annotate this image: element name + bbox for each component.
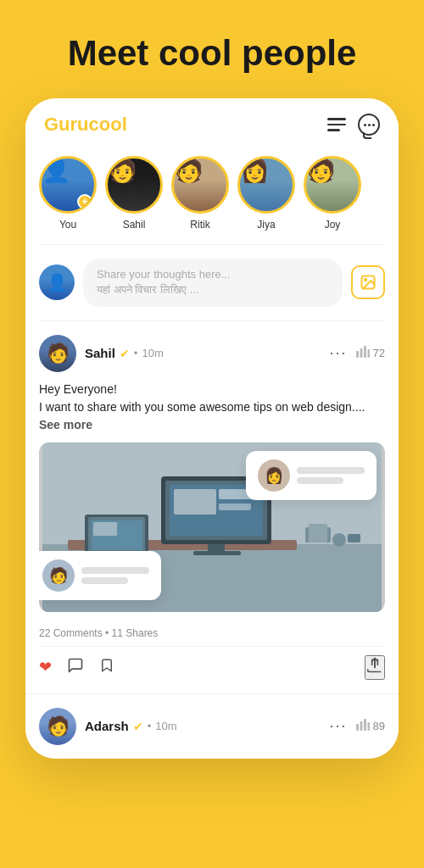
placeholder-line1: Share your thoughts here... xyxy=(97,267,329,282)
person-icon-you: 👤 xyxy=(42,157,71,183)
svg-rect-21 xyxy=(93,522,117,536)
post-input-field[interactable]: Share your thoughts here... यहां अपने वि… xyxy=(83,259,343,306)
svg-rect-4 xyxy=(364,346,366,358)
post-1-header: 🧑 Sahil ✔ • 10m ··· xyxy=(39,335,385,372)
story-avatar-ritik: 🧑 xyxy=(171,156,229,214)
user-mini-avatar: 👤 xyxy=(39,264,75,300)
svg-rect-27 xyxy=(356,724,359,731)
float-avatar2-icon: 🧑 xyxy=(49,566,68,585)
image-upload-button[interactable] xyxy=(351,265,385,299)
story-sahil[interactable]: 🧑 Sahil xyxy=(105,156,163,231)
post-2-author-name: Adarsh xyxy=(85,719,129,733)
post-1-avatar-icon: 🧑 xyxy=(47,342,70,364)
float-line-3 xyxy=(81,567,149,574)
person-icon-jiya: 👩 xyxy=(240,157,270,183)
ham-line-3 xyxy=(327,129,340,131)
post-1-verified-badge: ✔ xyxy=(120,347,130,360)
svg-rect-30 xyxy=(367,722,370,731)
user-avatar-icon: 👤 xyxy=(47,272,68,292)
float-line-1 xyxy=(297,467,365,474)
app-header: Gurucool xyxy=(25,98,399,147)
post-2-author-info: 🧑 Adarsh ✔ • 10m xyxy=(39,708,177,745)
phone-mockup: Gurucool 👤 + You xyxy=(25,98,399,758)
app-logo: Gurucool xyxy=(44,114,127,136)
bookmark-button[interactable] xyxy=(99,657,114,678)
ham-line-2 xyxy=(327,124,346,126)
share-button[interactable] xyxy=(365,655,385,680)
float-line-2 xyxy=(297,477,343,484)
post-2-time: 10m xyxy=(155,720,176,732)
chat-dot xyxy=(372,124,375,126)
svg-point-24 xyxy=(332,533,346,547)
story-you[interactable]: 👤 + You xyxy=(39,156,97,231)
post-2-stats: 89 xyxy=(356,719,385,733)
post-1-comments-shares: 22 Comments • 11 Shares xyxy=(39,627,158,639)
person-icon-joy: 🧑 xyxy=(306,157,336,183)
story-label-you: You xyxy=(59,219,76,231)
post-2-avatar[interactable]: 🧑 xyxy=(39,708,76,745)
person-icon-ritik: 🧑 xyxy=(174,157,204,183)
post-1-options-button[interactable]: ··· xyxy=(330,344,348,362)
svg-rect-3 xyxy=(360,348,362,358)
post-1-time: 10m xyxy=(142,347,163,359)
post-card-2: 🧑 Adarsh ✔ • 10m ··· xyxy=(25,693,399,759)
post-2-header: 🧑 Adarsh ✔ • 10m ··· xyxy=(39,708,385,745)
svg-rect-14 xyxy=(174,489,216,515)
floating-card-bottom: 🧑 xyxy=(39,551,161,600)
svg-rect-29 xyxy=(364,719,366,731)
chat-dot xyxy=(368,124,371,126)
svg-rect-25 xyxy=(348,534,360,542)
page-title: Meet cool people xyxy=(68,34,357,73)
menu-icon[interactable] xyxy=(327,118,346,131)
post-1-image: 👩 🧑 xyxy=(39,442,385,612)
post-1-actions: ❤ xyxy=(39,657,114,678)
post-2-author-details: Adarsh ✔ • 10m xyxy=(85,719,177,733)
person-icon-sahil: 🧑 xyxy=(108,157,137,183)
post-2-avatar-icon: 🧑 xyxy=(47,715,70,737)
float-line-4 xyxy=(81,577,128,584)
story-jiya[interactable]: 👩 Jiya xyxy=(237,156,295,231)
see-more-button[interactable]: See more xyxy=(39,418,92,431)
floating-card-top: 👩 xyxy=(246,451,377,500)
post-2-options-button[interactable]: ··· xyxy=(330,717,348,735)
post-2-meta-right: ··· 89 xyxy=(330,717,385,735)
float-avatar-icon: 👩 xyxy=(265,466,283,485)
chat-dot xyxy=(364,124,366,126)
post-1-avatar[interactable]: 🧑 xyxy=(39,335,76,372)
post-2-stat-count: 89 xyxy=(373,720,385,732)
post-2-separator: • xyxy=(148,720,152,732)
post-1-stats: 72 xyxy=(356,346,385,360)
post-card-1: 🧑 Sahil ✔ • 10m ··· xyxy=(25,321,399,693)
svg-point-1 xyxy=(365,279,367,281)
story-label-joy: Joy xyxy=(325,219,341,231)
bar-chart-icon xyxy=(356,346,370,360)
post-1-separator: • xyxy=(134,347,138,359)
svg-rect-16 xyxy=(219,504,251,510)
story-avatar-joy: 🧑 xyxy=(304,156,361,214)
story-avatar-you: 👤 + xyxy=(39,156,97,214)
post-2-author-name-row: Adarsh ✔ • 10m xyxy=(85,719,177,733)
svg-rect-2 xyxy=(356,351,359,358)
chat-dots xyxy=(364,124,375,126)
header-icons xyxy=(327,114,380,136)
post-1-text-line2: I want to share with you some awesome ti… xyxy=(39,398,385,434)
post-1-author-name-row: Sahil ✔ • 10m xyxy=(85,346,164,360)
svg-rect-23 xyxy=(309,524,327,542)
comment-button[interactable] xyxy=(67,657,84,678)
placeholder-line2: यहां अपने विचार लिखिए ... xyxy=(97,282,329,298)
float-avatar-bottom: 🧑 xyxy=(42,559,75,592)
svg-rect-28 xyxy=(360,721,362,731)
story-ritik[interactable]: 🧑 Ritik xyxy=(171,156,229,231)
post-1-text: Hey Everyone! I want to share with you s… xyxy=(39,381,385,434)
chat-icon[interactable] xyxy=(358,114,380,136)
story-joy[interactable]: 🧑 Joy xyxy=(304,156,361,231)
story-label-ritik: Ritik xyxy=(190,219,209,231)
story-label-jiya: Jiya xyxy=(257,219,275,231)
float-avatar-top: 👩 xyxy=(258,459,290,492)
svg-rect-5 xyxy=(367,349,370,358)
post-1-stat-count: 72 xyxy=(373,347,385,359)
story-avatar-jiya: 👩 xyxy=(237,156,295,214)
like-button[interactable]: ❤ xyxy=(39,658,52,676)
ham-line-1 xyxy=(327,118,346,120)
post-1-author-info: 🧑 Sahil ✔ • 10m xyxy=(39,335,164,372)
